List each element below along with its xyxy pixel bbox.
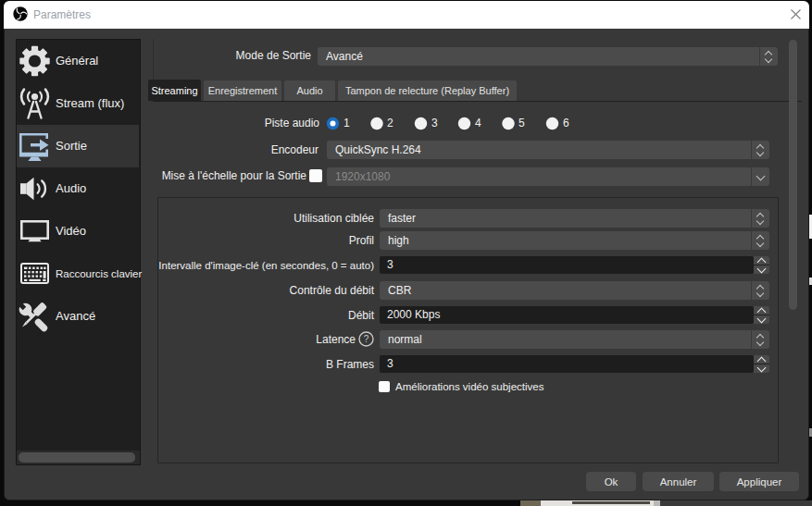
- svg-text:?: ?: [364, 334, 369, 344]
